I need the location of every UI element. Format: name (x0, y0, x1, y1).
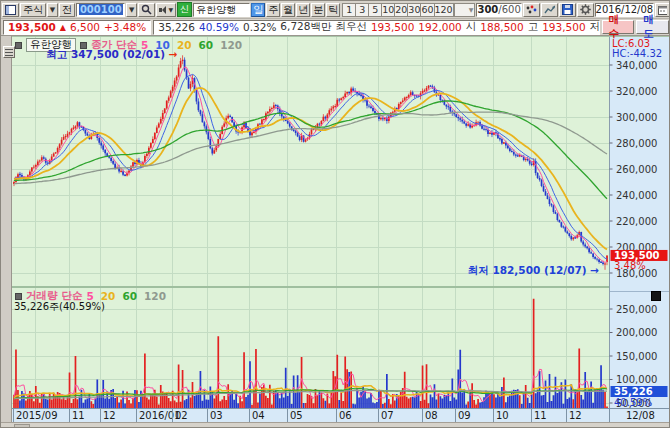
high-annotation-text: 최고 347,500 (02/01) (46, 48, 165, 60)
svg-text:280,000: 280,000 (616, 138, 657, 149)
chart-tool-button[interactable] (3, 46, 15, 58)
right-arrow-icon: → (169, 48, 178, 60)
sound-button[interactable]: ▼ (156, 3, 176, 17)
svg-text:250,000: 250,000 (616, 304, 657, 315)
buy-button[interactable]: 매수 (602, 20, 635, 34)
period-tab[interactable]: 분 (311, 3, 325, 17)
svg-text:193,500: 193,500 (614, 250, 660, 261)
bars-count-field[interactable]: 300/600 (476, 3, 521, 17)
current-volume-text: 35,226주(40.59%) (14, 300, 105, 314)
legend-ma-60: 60 (122, 290, 137, 302)
jeon-label: 전 (62, 4, 72, 16)
price-change-pct: +3.48% (104, 21, 146, 33)
dots-icon (526, 5, 537, 15)
scrollbar-nub[interactable] (14, 424, 30, 428)
period-tab[interactable]: 년 (296, 3, 310, 17)
stock-code-input[interactable]: 000100 (76, 3, 125, 17)
interval-extra-dropdown[interactable]: ▼ (454, 3, 476, 17)
window-layout-icon (5, 5, 16, 15)
period-tab[interactable]: 틱 (326, 3, 340, 17)
search-icon (141, 4, 152, 15)
svg-text:340,000: 340,000 (616, 60, 657, 71)
current-price: 193,500 (8, 21, 56, 33)
legend-bullet-icon (15, 42, 22, 49)
stock-chart-window: 주식 ▼ 전 000100 ▼ ▼ 신 유한양행 일주월년분틱 13510203… (0, 0, 670, 428)
asset-type-dropdown[interactable]: ▼ (47, 3, 58, 17)
svg-text:260,000: 260,000 (616, 164, 657, 175)
volume-value: 35,226 (158, 21, 195, 33)
svg-text:2015/09: 2015/09 (16, 410, 58, 421)
interval-button[interactable]: 20 (394, 3, 408, 17)
svg-text:HC:-44.32: HC:-44.32 (612, 48, 662, 59)
period-tab[interactable]: 주 (266, 3, 280, 17)
svg-text:100,000: 100,000 (616, 374, 657, 385)
up-arrow-icon: ▲ (60, 23, 66, 32)
svg-text:11: 11 (72, 410, 85, 421)
interval-button[interactable]: 120 (434, 3, 454, 17)
low-annotation-text: 최저 182,500 (12/07) (468, 264, 587, 276)
stock-name-value: 유한양행 (196, 3, 236, 17)
left-tool-strip (1, 36, 12, 422)
asset-type-select[interactable]: 주식 (20, 3, 46, 17)
low-label: 저 (590, 20, 600, 34)
legend-ma-60: 60 (199, 39, 214, 51)
svg-text:150,000: 150,000 (616, 351, 657, 362)
volume-ratio: 40.59% (199, 21, 239, 33)
new-stock-badge: 신 (177, 2, 192, 17)
svg-text:10: 10 (496, 410, 509, 421)
svg-text:200,000: 200,000 (616, 327, 657, 338)
svg-text:07: 07 (381, 410, 394, 421)
svg-text:12/08: 12/08 (626, 410, 655, 421)
svg-text:08: 08 (425, 410, 438, 421)
turnover-rate: 0.32% (243, 21, 276, 33)
layout-icon-button[interactable] (2, 3, 19, 17)
open-label: 시 (466, 20, 477, 34)
best-ask: 193,500 (371, 21, 414, 33)
sell-button[interactable]: 매도 (636, 20, 669, 34)
period-tab[interactable]: 월 (281, 3, 295, 17)
palette-button[interactable] (523, 3, 540, 17)
best-quote-label: 최우선 (335, 20, 367, 34)
high-label: 고 (528, 20, 539, 34)
svg-text:35,226: 35,226 (614, 386, 653, 397)
code-dropdown[interactable]: ▼ (126, 3, 137, 17)
period-tab[interactable]: 일 (251, 3, 265, 17)
trendline-button[interactable] (541, 3, 558, 17)
sound-dropdown-arrow-icon: ▼ (168, 4, 173, 16)
price-change: 6,500 (70, 21, 100, 33)
save-icon (562, 4, 573, 15)
svg-text:11: 11 (534, 410, 547, 421)
chart-canvas[interactable]: 340,000320,000300,000280,000260,000240,0… (1, 1, 670, 428)
svg-text:03: 03 (210, 410, 223, 421)
price-field: 193,500 ▲ 6,500 +3.48% (3, 20, 151, 35)
svg-text:300,000: 300,000 (616, 112, 657, 123)
interval-button[interactable]: 60 (420, 3, 434, 17)
period-tabs: 일주월년분틱 (251, 3, 340, 17)
main-toolbar: 주식 ▼ 전 000100 ▼ ▼ 신 유한양행 일주월년분틱 13510203… (1, 1, 670, 19)
settings-button[interactable] (577, 3, 594, 17)
buy-label: 매수 (609, 13, 628, 41)
jeon-button[interactable]: 전 (59, 3, 75, 17)
interval-button[interactable]: 3 (355, 3, 369, 17)
trendline-icon (544, 5, 555, 15)
pane-collapse-button[interactable] (651, 291, 661, 301)
svg-text:320,000: 320,000 (616, 86, 657, 97)
search-button[interactable] (138, 3, 155, 17)
svg-text:40.59%: 40.59% (614, 397, 652, 408)
asset-type-label: 주식 (23, 4, 43, 16)
interval-button[interactable]: 1 (342, 3, 356, 17)
interval-button[interactable]: 5 (368, 3, 382, 17)
sell-label: 매도 (643, 13, 662, 41)
right-arrow-icon: → (590, 264, 599, 276)
svg-text:3.48%: 3.48% (614, 260, 646, 271)
interval-button[interactable]: 10 (381, 3, 395, 17)
svg-text:04: 04 (252, 410, 265, 421)
interval-button[interactable]: 30 (407, 3, 421, 17)
svg-text:12: 12 (103, 410, 116, 421)
save-button[interactable] (559, 3, 576, 17)
interval-buttons: 13510203060120 (343, 3, 454, 17)
stock-name-field[interactable]: 유한양행 (193, 3, 250, 17)
svg-text:06: 06 (339, 410, 352, 421)
bars-total-value: /600 (498, 4, 520, 15)
svg-text:09: 09 (458, 410, 471, 421)
